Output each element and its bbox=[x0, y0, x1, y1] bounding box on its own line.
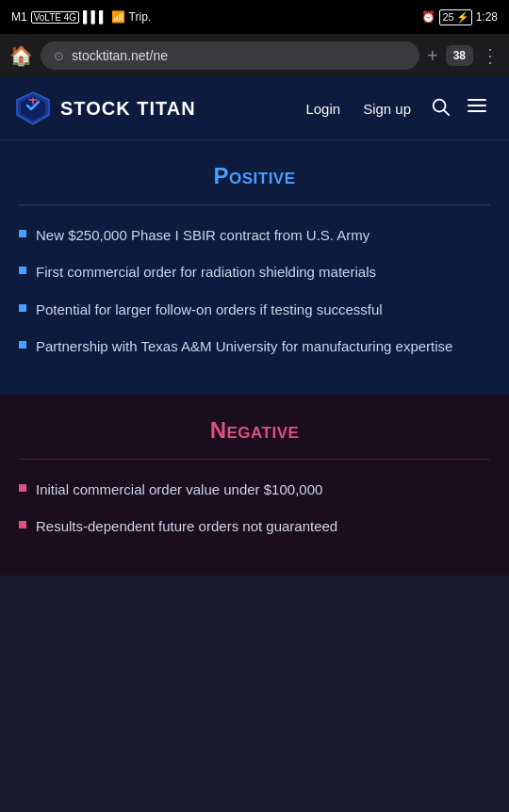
new-tab-button[interactable]: + bbox=[427, 45, 438, 67]
tabs-count-button[interactable]: 38 bbox=[446, 45, 473, 66]
header-nav: Login Sign up bbox=[296, 89, 494, 128]
positive-divider bbox=[19, 204, 490, 205]
positive-item-3-text: Potential for larger follow-on orders if… bbox=[36, 299, 383, 320]
status-bar: M1 VoLTE 4G ▌▌▌ 📶 Trip. ⏰ 25 ⚡ 1:28 bbox=[0, 0, 509, 34]
positive-title: Positive bbox=[19, 163, 490, 189]
trip-label: Trip. bbox=[129, 10, 152, 24]
positive-item-1: New $250,000 Phase I SBIR contract from … bbox=[19, 224, 490, 246]
battery-level: 25 bbox=[442, 11, 453, 23]
browser-menu-button[interactable]: ⋮ bbox=[481, 44, 500, 67]
svg-line-3 bbox=[444, 110, 449, 115]
negative-section: Negative Initial commercial order value … bbox=[0, 395, 509, 576]
negative-divider bbox=[19, 459, 490, 460]
volte-label: VoLTE 4G bbox=[31, 11, 79, 24]
hamburger-menu-icon[interactable] bbox=[460, 89, 494, 128]
browser-chrome: 🏠 ⊙ stocktitan.net/ne + 38 ⋮ bbox=[0, 34, 509, 77]
carrier-label: M1 bbox=[11, 10, 27, 24]
signup-link[interactable]: Sign up bbox=[353, 95, 420, 122]
negative-item-2-text: Results-dependent future orders not guar… bbox=[36, 515, 337, 537]
alarm-icon: ⏰ bbox=[421, 10, 435, 24]
site-header: STOCK TITAN Login Sign up bbox=[0, 77, 509, 140]
positive-bullet-1 bbox=[19, 230, 26, 237]
logo-container[interactable]: STOCK TITAN bbox=[15, 90, 196, 126]
status-left: M1 VoLTE 4G ▌▌▌ 📶 Trip. bbox=[11, 10, 151, 24]
battery-indicator: 25 ⚡ bbox=[439, 9, 471, 25]
positive-item-3: Potential for larger follow-on orders if… bbox=[19, 299, 490, 320]
positive-item-2: First commercial order for radiation shi… bbox=[19, 261, 490, 283]
home-button[interactable]: 🏠 bbox=[9, 44, 33, 67]
positive-section: Positive New $250,000 Phase I SBIR contr… bbox=[0, 140, 509, 395]
negative-item-1: Initial commercial order value under $10… bbox=[19, 479, 490, 500]
negative-bullet-1 bbox=[19, 484, 26, 492]
time-display: 1:28 bbox=[476, 10, 498, 24]
content-area: Positive New $250,000 Phase I SBIR contr… bbox=[0, 140, 509, 576]
positive-item-2-text: First commercial order for radiation shi… bbox=[36, 261, 376, 283]
negative-bullet-2 bbox=[19, 521, 26, 528]
url-security-icon: ⊙ bbox=[54, 49, 64, 63]
positive-bullet-4 bbox=[19, 341, 26, 349]
negative-item-1-text: Initial commercial order value under $10… bbox=[36, 479, 322, 500]
charging-icon: ⚡ bbox=[456, 11, 469, 24]
url-bar[interactable]: ⊙ stocktitan.net/ne bbox=[41, 41, 419, 70]
search-icon[interactable] bbox=[424, 90, 456, 127]
status-right: ⏰ 25 ⚡ 1:28 bbox=[421, 9, 498, 25]
positive-list: New $250,000 Phase I SBIR contract from … bbox=[19, 224, 490, 357]
positive-item-4-text: Partnership with Texas A&M University fo… bbox=[36, 335, 452, 357]
signal-icon: ▌▌▌ bbox=[83, 10, 107, 24]
login-link[interactable]: Login bbox=[296, 95, 350, 122]
positive-item-4: Partnership with Texas A&M University fo… bbox=[19, 335, 490, 357]
positive-item-1-text: New $250,000 Phase I SBIR contract from … bbox=[36, 224, 369, 246]
negative-title: Negative bbox=[19, 417, 490, 444]
positive-bullet-2 bbox=[19, 267, 26, 274]
positive-bullet-3 bbox=[19, 304, 26, 312]
wifi-icon: 📶 bbox=[111, 10, 125, 24]
negative-item-2: Results-dependent future orders not guar… bbox=[19, 515, 490, 537]
logo-icon bbox=[15, 90, 51, 126]
url-text: stocktitan.net/ne bbox=[72, 48, 168, 63]
site-title: STOCK TITAN bbox=[60, 98, 196, 120]
negative-list: Initial commercial order value under $10… bbox=[19, 479, 490, 538]
